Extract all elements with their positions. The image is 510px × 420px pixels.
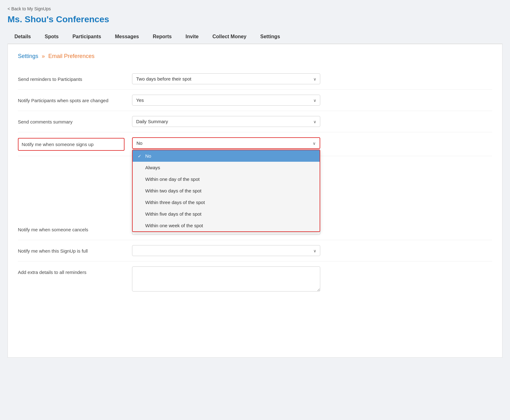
label-notify-participants: Notify Participants when spots are chang… <box>18 95 125 104</box>
select-wrapper-notify-participants: Yes No <box>132 95 320 106</box>
breadcrumb-current: Email Preferences <box>48 53 94 59</box>
breadcrumb-arrow: » <box>42 53 45 59</box>
label-notify-cancels: Notify me when someone cancels <box>18 224 125 233</box>
nav-item-messages[interactable]: Messages <box>108 30 146 44</box>
label-notify-full: Notify me when this SignUp is full <box>18 245 125 254</box>
control-send-reminders: Two days before their spot One day befor… <box>132 73 320 84</box>
top-nav: Details Spots Participants Messages Repo… <box>8 30 502 44</box>
nav-item-spots[interactable]: Spots <box>38 30 65 44</box>
dropdown-option-no[interactable]: ✓ No <box>133 150 320 162</box>
check-icon: ✓ <box>138 154 143 159</box>
control-notify-participants: Yes No <box>132 95 320 106</box>
dropdown-option-one-day[interactable]: Within one day of the spot <box>133 173 320 185</box>
select-notify-participants[interactable]: Yes No <box>132 95 320 106</box>
select-wrapper-comments: Daily Summary Weekly Summary No Summary <box>132 116 320 127</box>
select-send-reminders[interactable]: Two days before their spot One day befor… <box>132 73 320 84</box>
label-extra-details: Add extra details to all reminders <box>18 266 125 276</box>
dropdown-option-five-days[interactable]: Within five days of the spot <box>133 208 320 220</box>
nav-item-details[interactable]: Details <box>8 30 38 44</box>
content-area: Settings » Email Preferences Send remind… <box>8 44 502 358</box>
dropdown-option-two-days[interactable]: Within two days of the spot <box>133 185 320 197</box>
select-notify-full[interactable]: No Yes <box>132 245 320 256</box>
select-wrapper-full: No Yes <box>132 245 320 256</box>
breadcrumb-settings[interactable]: Settings <box>18 53 38 59</box>
control-extra-details <box>132 266 320 293</box>
nav-item-settings[interactable]: Settings <box>253 30 287 44</box>
nav-item-collect-money[interactable]: Collect Money <box>205 30 253 44</box>
form-row-notify-full: Notify me when this SignUp is full No Ye… <box>18 240 492 261</box>
control-notify-full: No Yes <box>132 245 320 256</box>
dropdown-trigger-notify-signup[interactable]: No <box>132 137 320 149</box>
back-link[interactable]: < Back to My SignUps <box>8 6 502 11</box>
label-notify-signup: Notify me when someone signs up <box>18 138 125 151</box>
form-row-notify-signup: Notify me when someone signs up No ✓ No … <box>18 132 492 156</box>
control-send-comments: Daily Summary Weekly Summary No Summary <box>132 116 320 127</box>
dropdown-option-one-week[interactable]: Within one week of the spot <box>133 220 320 231</box>
dropdown-list-notify-signup: ✓ No Always Within one day of the spot W… <box>132 150 320 232</box>
form-row-send-comments: Send comments summary Daily Summary Week… <box>18 111 492 132</box>
form-row-send-reminders: Send reminders to Participants Two days … <box>18 68 492 90</box>
label-send-comments: Send comments summary <box>18 116 125 125</box>
page-title: Ms. Shou's Conferences <box>8 14 502 24</box>
nav-item-participants[interactable]: Participants <box>66 30 108 44</box>
textarea-extra-details[interactable] <box>132 266 320 291</box>
label-send-reminders: Send reminders to Participants <box>18 73 125 82</box>
breadcrumb: Settings » Email Preferences <box>18 53 492 60</box>
dropdown-option-three-days[interactable]: Within three days of the spot <box>133 197 320 208</box>
nav-item-reports[interactable]: Reports <box>146 30 178 44</box>
form-row-extra-details: Add extra details to all reminders <box>18 261 492 298</box>
nav-item-invite[interactable]: Invite <box>178 30 205 44</box>
control-notify-signup: No ✓ No Always Within one day of the spo… <box>132 137 320 149</box>
select-wrapper-reminders: Two days before their spot One day befor… <box>132 73 320 84</box>
dropdown-option-always[interactable]: Always <box>133 162 320 173</box>
select-send-comments[interactable]: Daily Summary Weekly Summary No Summary <box>132 116 320 127</box>
form-row-notify-participants: Notify Participants when spots are chang… <box>18 90 492 111</box>
